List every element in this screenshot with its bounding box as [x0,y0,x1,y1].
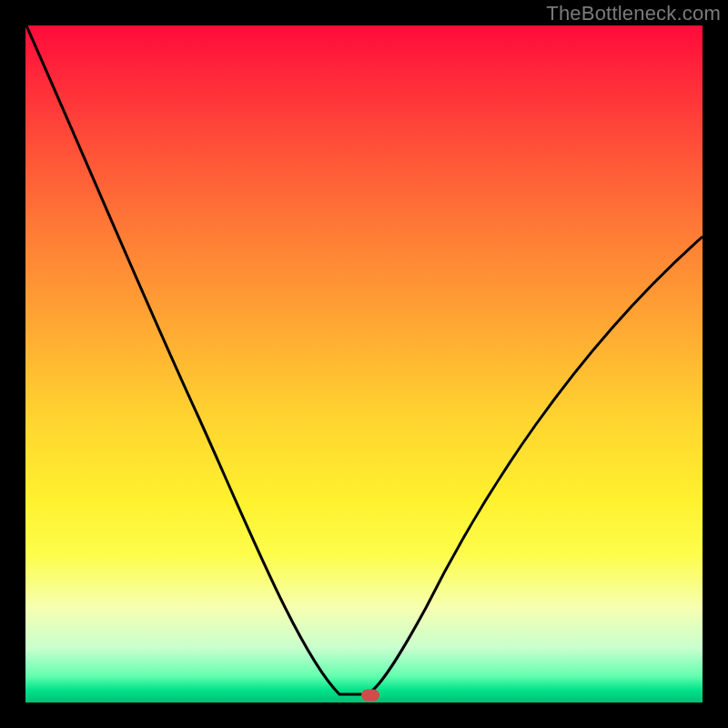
curve-path [25,25,703,694]
watermark-text: TheBottleneck.com [546,2,721,25]
bottleneck-curve [25,25,703,703]
plot-area [25,25,703,703]
chart-container: TheBottleneck.com [0,0,728,728]
optimal-point-marker [361,690,379,702]
